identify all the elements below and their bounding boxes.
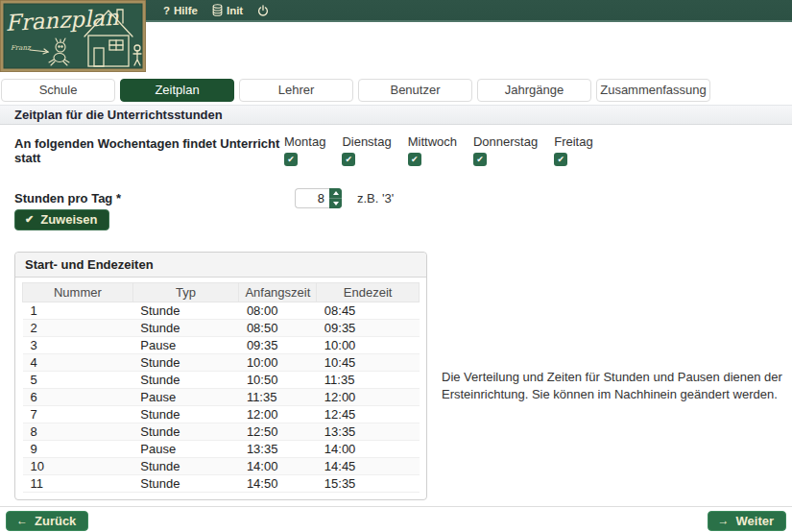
table-row: 2Stunde08:5009:35 xyxy=(23,320,420,337)
weekday-label: Dienstag xyxy=(342,134,391,149)
table-cell: Pause xyxy=(132,337,239,354)
table-cell: Stunde xyxy=(132,423,239,441)
weekdays-field-label: An folgenden Wochentagen findet Unterric… xyxy=(14,136,284,165)
weekday-checkbox[interactable]: ✔ xyxy=(408,153,421,166)
table-cell: 13:35 xyxy=(317,423,420,441)
column-header: Anfangszeit xyxy=(239,283,317,302)
weekday-checkbox-group: Montag✔Dienstag✔Mittwoch✔Donnerstag✔Frei… xyxy=(284,134,610,166)
times-card-body: NummerTypAnfangszeitEndezeit 1Stunde08:0… xyxy=(15,278,426,499)
table-row: 3Pause09:3510:00 xyxy=(23,337,420,354)
table-row: 9Pause13:3514:00 xyxy=(23,441,420,458)
table-row: 1Stunde08:0008:45 xyxy=(23,302,420,320)
table-cell: Stunde xyxy=(132,458,239,475)
times-table: NummerTypAnfangszeitEndezeit 1Stunde08:0… xyxy=(22,282,420,493)
table-cell: Stunde xyxy=(132,372,239,389)
times-table-header-row: NummerTypAnfangszeitEndezeit xyxy=(23,283,420,302)
table-row: 6Pause11:3512:00 xyxy=(23,389,420,406)
hours-spinner xyxy=(329,188,342,208)
tab-zeitplan[interactable]: Zeitplan xyxy=(120,79,234,102)
init-label: Init xyxy=(227,5,243,16)
weekday-checkbox[interactable]: ✔ xyxy=(473,153,487,166)
page-title: Zeitplan für die Unterrichtsstunden xyxy=(0,105,792,125)
table-cell: 09:35 xyxy=(239,337,317,354)
weekday-checkbox[interactable]: ✔ xyxy=(342,153,355,166)
table-row: 10Stunde14:0014:45 xyxy=(23,458,420,475)
table-row: 11Stunde14:5015:35 xyxy=(23,475,420,493)
help-icon: ? xyxy=(163,5,170,16)
table-cell: 8 xyxy=(23,423,133,441)
table-row: 8Stunde12:5013:35 xyxy=(23,423,420,441)
franzplan-logo[interactable]: Franzplan Franz xyxy=(0,0,146,72)
spinner-down-button[interactable] xyxy=(329,199,342,208)
times-card-title: Start- und Endezeiten xyxy=(15,253,426,278)
help-label: Hilfe xyxy=(174,5,198,16)
table-cell: 14:45 xyxy=(317,458,420,475)
table-cell: Pause xyxy=(132,389,239,406)
table-row: 7Stunde12:0012:45 xyxy=(23,406,420,423)
column-header: Nummer xyxy=(23,283,133,302)
hours-input[interactable] xyxy=(295,188,329,208)
table-cell: 12:50 xyxy=(239,423,317,441)
franzplan-app: Franzplan Franz xyxy=(0,0,792,532)
table-cell: 10 xyxy=(23,458,133,475)
database-icon xyxy=(212,4,223,16)
table-cell: 11 xyxy=(23,475,133,493)
tab-schule[interactable]: Schule xyxy=(1,79,115,102)
table-cell: 10:00 xyxy=(239,354,317,372)
logout-menu-item[interactable] xyxy=(257,5,269,16)
table-cell: 11:35 xyxy=(239,389,317,406)
tab-zusammenfassung[interactable]: Zusammenfassung xyxy=(596,79,710,102)
table-cell: 10:45 xyxy=(317,354,420,372)
spinner-up-button[interactable] xyxy=(329,188,342,198)
init-menu-item[interactable]: Init xyxy=(212,4,243,16)
next-button[interactable]: → Weiter xyxy=(708,511,787,531)
times-table-body: 1Stunde08:0008:452Stunde08:5009:353Pause… xyxy=(23,302,420,493)
check-icon: ✔ xyxy=(25,213,34,226)
table-cell: Stunde xyxy=(132,354,239,372)
arrow-left-icon: ← xyxy=(16,514,28,527)
tab-bar: SchuleZeitplanLehrerBenutzerJahrgängeZus… xyxy=(1,79,710,102)
table-cell: 12:00 xyxy=(317,389,420,406)
table-cell: 08:00 xyxy=(239,302,317,320)
weekday-label: Montag xyxy=(284,134,325,149)
assign-button[interactable]: ✔ Zuweisen xyxy=(14,209,109,230)
assign-button-label: Zuweisen xyxy=(40,212,97,227)
table-row: 5Stunde10:5011:35 xyxy=(23,372,420,389)
weekday-dienstag: Dienstag✔ xyxy=(342,134,391,166)
table-cell: 08:45 xyxy=(317,302,420,320)
table-cell: Stunde xyxy=(132,406,239,423)
hours-field-label: Stunden pro Tag * xyxy=(14,191,295,206)
help-menu-item[interactable]: ? Hilfe xyxy=(163,5,198,16)
top-menu-bar: ? Hilfe Init xyxy=(146,0,792,22)
next-button-label: Weiter xyxy=(736,514,775,528)
power-icon xyxy=(257,5,269,16)
table-cell: 10:50 xyxy=(239,372,317,389)
footer-divider xyxy=(0,506,792,507)
weekday-montag: Montag✔ xyxy=(284,134,325,166)
table-cell: 13:35 xyxy=(239,441,317,458)
weekday-checkbox[interactable]: ✔ xyxy=(554,153,567,166)
tab-benutzer[interactable]: Benutzer xyxy=(358,79,472,102)
back-button[interactable]: ← Zurück xyxy=(6,511,88,531)
table-cell: Stunde xyxy=(132,302,239,320)
times-card: Start- und Endezeiten NummerTypAnfangsze… xyxy=(14,252,427,500)
table-cell: 14:00 xyxy=(317,441,420,458)
table-row: 4Stunde10:0010:45 xyxy=(23,354,420,372)
logo-annotation-text: Franz xyxy=(11,44,32,52)
table-cell: 14:50 xyxy=(239,475,317,493)
table-cell: 6 xyxy=(23,389,133,406)
tab-jahrgänge[interactable]: Jahrgänge xyxy=(477,79,591,102)
table-cell: 14:00 xyxy=(239,458,317,475)
table-cell: 11:35 xyxy=(317,372,420,389)
table-cell: 2 xyxy=(23,320,133,337)
weekday-freitag: Freitag✔ xyxy=(554,134,592,166)
weekdays-field-row: An folgenden Wochentagen findet Unterric… xyxy=(14,134,610,166)
table-cell: 12:00 xyxy=(239,406,317,423)
weekday-checkbox[interactable]: ✔ xyxy=(284,153,298,166)
table-cell: 08:50 xyxy=(239,320,317,337)
table-cell: 7 xyxy=(23,406,133,423)
arrow-right-icon: → xyxy=(718,514,730,527)
tab-lehrer[interactable]: Lehrer xyxy=(239,79,353,102)
info-text: Die Verteilung und Zeiten für Stunden un… xyxy=(442,369,792,402)
table-cell: Pause xyxy=(132,441,239,458)
